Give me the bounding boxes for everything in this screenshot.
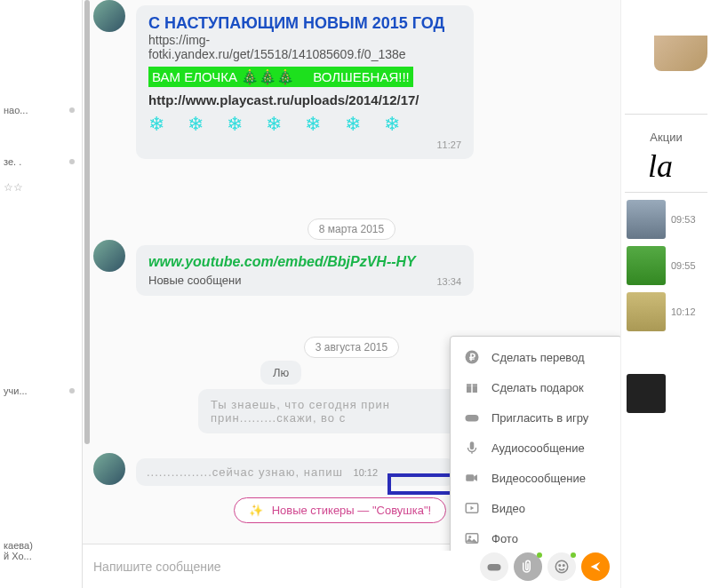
attach-menu: ₽ Сделать перевод Сделать подарок Пригла… xyxy=(450,336,620,551)
message-bubble[interactable]: ................сейчас узнаю, напиш 10:1… xyxy=(136,458,456,486)
thumbnail[interactable] xyxy=(627,200,666,239)
sticker-icon: ✨ xyxy=(249,504,263,517)
game-button[interactable] xyxy=(480,552,508,581)
avatar[interactable] xyxy=(93,240,125,272)
contacts-sidebar: нао... зе. . ☆☆ учи... каева) й Хо... xyxy=(0,0,83,588)
svg-point-16 xyxy=(555,560,568,573)
blur-text: ................сейчас узнаю, напиш xyxy=(147,465,343,479)
blur-line-2: прин.........скажи, во с xyxy=(211,411,452,425)
attach-button[interactable] xyxy=(514,552,542,581)
attach-label: Пригласить в игру xyxy=(491,411,588,425)
thumbnail[interactable] xyxy=(627,292,666,331)
blur-line-1: Ты знаешь, что сегодня прин xyxy=(211,398,452,411)
partial-text: Лю xyxy=(273,366,289,379)
thumb-time: 09:53 xyxy=(671,214,696,225)
date-pill: 8 марта 2015 xyxy=(308,219,395,240)
thumbnail[interactable] xyxy=(627,246,666,285)
status-dot xyxy=(69,107,75,113)
sub-text: Новые сообщени xyxy=(148,274,241,287)
contact-label: нао... xyxy=(4,105,28,115)
thumbnail[interactable] xyxy=(627,374,666,413)
video-play-icon xyxy=(463,499,481,517)
avatar[interactable] xyxy=(93,453,125,485)
thumb-time: 10:12 xyxy=(671,306,696,317)
svg-rect-5 xyxy=(471,384,473,393)
promo-title: Акции xyxy=(621,122,711,147)
attach-videomsg[interactable]: Видеосообщение xyxy=(451,463,620,493)
ny-link[interactable]: http://www.playcast.ru/uploads/2014/12/1… xyxy=(148,92,461,107)
emoji-button[interactable] xyxy=(547,552,576,581)
thumb-row[interactable]: 10:12 xyxy=(627,292,706,331)
status-dot xyxy=(69,159,75,164)
thumb-row[interactable]: 09:53 xyxy=(627,200,706,239)
ad-banner[interactable] xyxy=(621,0,711,107)
attach-gift[interactable]: Сделать подарок xyxy=(451,372,620,402)
attach-invite-game[interactable]: Пригласить в игру xyxy=(451,402,620,433)
message-time: 10:12 xyxy=(354,467,379,478)
tree-icon: 🎄🎄🎄 xyxy=(241,69,294,84)
chat-scroll[interactable]: С НАСТУПАЮЩИМ НОВЫМ 2015 ГОД https://img… xyxy=(83,0,620,551)
ny-green-banner: ВАМ ЕЛОЧКА 🎄🎄🎄 ВОЛШЕБНАЯ!!! xyxy=(148,67,413,87)
right-sidebar: Акции la 09:53 09:55 10:12 xyxy=(620,0,711,588)
stickers-label: Новые стикеры — "Совушка"! xyxy=(272,504,432,517)
gamepad-icon xyxy=(463,409,481,426)
attach-label: Сделать перевод xyxy=(491,351,585,364)
sidebar-bottom-2: й Хо... xyxy=(4,551,33,561)
videocam-icon xyxy=(463,469,481,487)
status-dot xyxy=(69,388,75,393)
message-time: 11:27 xyxy=(148,139,461,150)
attach-label: Сделать подарок xyxy=(491,381,584,394)
message-input[interactable] xyxy=(93,560,475,574)
avatar[interactable] xyxy=(93,0,125,32)
thumb-row[interactable]: 09:55 xyxy=(627,246,706,285)
date-separator: 8 марта 2015 xyxy=(83,219,620,240)
svg-rect-15 xyxy=(488,564,501,571)
photo-icon xyxy=(463,529,481,547)
svg-rect-7 xyxy=(470,441,475,449)
attach-label: Аудиосообщение xyxy=(491,441,585,455)
message-bubble[interactable]: www.youtube.com/embed/BbjPzVH--HY Новые … xyxy=(136,245,474,296)
svg-point-11 xyxy=(468,536,471,538)
svg-text:₽: ₽ xyxy=(469,352,475,362)
svg-rect-8 xyxy=(466,474,474,481)
ny-title: С НАСТУПАЮЩИМ НОВЫМ 2015 ГОД xyxy=(148,14,461,33)
message-incoming-3: ................сейчас узнаю, напиш 10:1… xyxy=(136,453,456,491)
message-incoming-1: С НАСТУПАЮЩИМ НОВЫМ 2015 ГОД https://img… xyxy=(136,0,474,164)
message-bubble[interactable]: Лю xyxy=(260,361,301,385)
chat-main: С НАСТУПАЮЩИМ НОВЫМ 2015 ГОД https://img… xyxy=(83,0,620,588)
message-time: 13:34 xyxy=(436,276,461,287)
message-bubble[interactable]: С НАСТУПАЮЩИМ НОВЫМ 2015 ГОД https://img… xyxy=(136,5,474,159)
sidebar-contact-1[interactable]: нао... xyxy=(0,98,82,123)
attach-label: Фото xyxy=(491,532,518,545)
svg-point-18 xyxy=(563,564,565,566)
mic-icon xyxy=(463,439,481,457)
contact-label: учи... xyxy=(4,385,28,396)
attach-audio[interactable]: Аудиосообщение xyxy=(451,433,620,463)
shoe-image xyxy=(654,36,707,71)
sidebar-contact-3[interactable]: учи... xyxy=(0,378,82,403)
contact-label: зе. . xyxy=(4,156,21,167)
message-outgoing-blurred: Ты знаешь, что сегодня прин прин........… xyxy=(198,384,465,439)
date-pill: 3 августа 2015 xyxy=(304,337,399,358)
stickers-promo[interactable]: ✨ Новые стикеры — "Совушка"! xyxy=(234,497,446,523)
sidebar-bottom-1: каева) xyxy=(4,540,33,551)
notification-dot xyxy=(537,552,542,558)
ruble-icon: ₽ xyxy=(463,348,481,366)
gift-icon xyxy=(463,378,481,396)
svg-rect-6 xyxy=(466,415,479,422)
message-bubble[interactable]: Ты знаешь, что сегодня прин прин........… xyxy=(198,389,465,433)
thumb-row[interactable] xyxy=(627,374,706,413)
svg-point-17 xyxy=(559,564,561,566)
message-incoming-2: www.youtube.com/embed/BbjPzVH--HY Новые … xyxy=(136,240,474,301)
snowflake-row: ❄ ❄ ❄ ❄ ❄ ❄ ❄ xyxy=(148,113,461,136)
attach-photo[interactable]: Фото xyxy=(451,523,620,551)
sidebar-contact-2[interactable]: зе. . xyxy=(0,149,82,174)
sidebar-stars: ☆☆ xyxy=(0,174,82,201)
thumb-time: 09:55 xyxy=(671,260,696,271)
send-button[interactable] xyxy=(581,552,610,581)
attach-label: Видеосообщение xyxy=(491,472,586,485)
attach-video[interactable]: Видео xyxy=(451,493,620,523)
promo-logo: la xyxy=(621,147,711,185)
youtube-link[interactable]: www.youtube.com/embed/BbjPzVH--HY xyxy=(148,254,461,270)
attach-transfer[interactable]: ₽ Сделать перевод xyxy=(451,342,620,372)
